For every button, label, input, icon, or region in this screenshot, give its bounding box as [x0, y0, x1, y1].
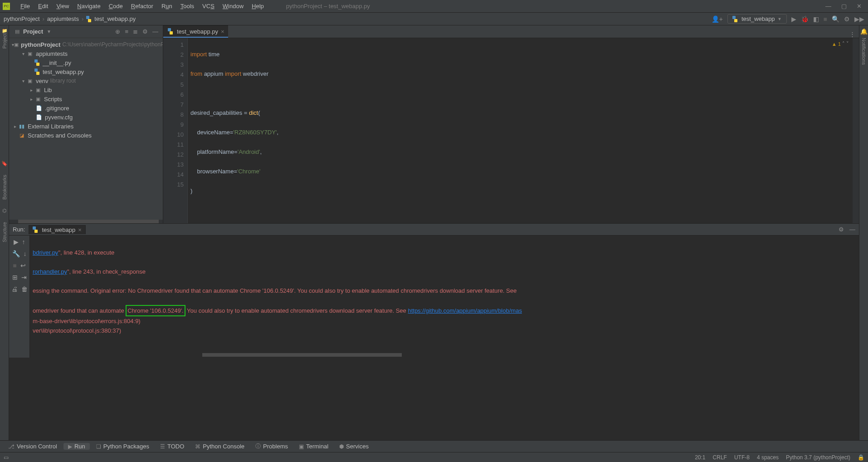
file-icon: 📄	[35, 105, 43, 111]
status-indent[interactable]: 4 spaces	[757, 454, 779, 461]
locate-icon[interactable]: ⊕	[115, 28, 120, 35]
menu-tools[interactable]: Tools	[176, 3, 198, 10]
menu-vcs[interactable]: VCS	[198, 3, 219, 10]
collapse-all-icon[interactable]: ≣	[133, 28, 138, 35]
inspect-prev-icon[interactable]: ˄	[842, 41, 845, 47]
stop-run-icon[interactable]: ■	[13, 262, 16, 269]
run-tool-window: Run: test_webapp × ⚙ — ▶↑ 🔧↓ ■↩ ⊞⇥ 🖨🗑	[9, 223, 859, 358]
tool-python-console[interactable]: ⌘Python Console	[190, 443, 249, 450]
tool-todo[interactable]: ☰TODO	[156, 443, 189, 450]
run-icon[interactable]: ▶	[791, 15, 796, 23]
minimize-icon[interactable]: —	[825, 3, 831, 10]
up-icon[interactable]: ↑	[22, 238, 25, 246]
close-run-tab-icon[interactable]: ×	[78, 226, 82, 233]
code-editor[interactable]: import time from appium import webdriver…	[188, 38, 853, 223]
line-number-gutter[interactable]: 123456789101112131415	[163, 38, 188, 223]
coverage-icon[interactable]: ◧	[813, 15, 819, 23]
run-anything-icon[interactable]: ▶▶	[854, 15, 864, 23]
notifications-bell-icon[interactable]: 🔔	[860, 28, 868, 35]
status-encoding[interactable]: UTF-8	[734, 454, 750, 461]
menu-help[interactable]: Help	[248, 3, 268, 10]
library-icon: ▮▮	[18, 123, 25, 129]
status-line-sep[interactable]: CRLF	[713, 454, 727, 461]
scroll-end-icon[interactable]: ⇥	[21, 274, 27, 281]
project-scrollbar-horizontal[interactable]	[9, 220, 163, 223]
chevron-down-icon: ▼	[778, 17, 782, 21]
breadcrumb-file[interactable]: test_webapp.py	[94, 15, 136, 22]
breadcrumb-root[interactable]: pythonProject	[4, 15, 40, 22]
maximize-icon[interactable]: ▢	[841, 3, 847, 10]
menu-code[interactable]: Code	[105, 3, 127, 10]
structure-tool-button[interactable]: Structure	[2, 222, 7, 242]
expand-all-icon[interactable]: ≡	[125, 28, 128, 35]
rerun-icon[interactable]: ▶	[14, 238, 19, 246]
notifications-tool-button[interactable]: Notifications	[861, 38, 867, 65]
tree-external-libs[interactable]: ▸▮▮ External Libraries	[9, 122, 163, 131]
tool-run[interactable]: ▶Run	[63, 443, 90, 450]
project-tool-button[interactable]: Project	[2, 33, 7, 49]
inspection-widget[interactable]: ▲ 1 ˄ ˅	[832, 41, 849, 47]
menu-run[interactable]: Run	[157, 3, 176, 10]
status-interpreter[interactable]: Python 3.7 (pythonProject)	[786, 454, 850, 461]
tree-project-root[interactable]: ▾▣ pythonProject C:\Users\naben\PycharmP…	[9, 40, 163, 49]
layout-icon[interactable]: ⊞	[12, 274, 18, 281]
debug-icon[interactable]: 🐞	[801, 15, 809, 23]
add-user-icon[interactable]: 👤+	[712, 15, 723, 23]
tree-file-init[interactable]: __init__.py	[9, 58, 163, 67]
gear-icon[interactable]: ⚙	[142, 28, 148, 35]
python-file-icon	[168, 28, 174, 34]
tree-label: External Libraries	[28, 123, 73, 130]
tree-folder-scripts[interactable]: ▸▣ Scripts	[9, 94, 163, 103]
tool-version-control[interactable]: ⎇Version Control	[4, 443, 62, 450]
tool-problems[interactable]: ⓘProblems	[251, 442, 293, 450]
status-lock-icon[interactable]: 🔒	[858, 454, 864, 461]
run-config-selector[interactable]: test_webapp ▼	[727, 14, 787, 24]
settings-gear-icon[interactable]: ⚙	[844, 15, 850, 23]
menu-window[interactable]: Window	[219, 3, 248, 10]
hide-icon[interactable]: —	[152, 28, 158, 35]
delete-icon[interactable]: 🗑	[21, 285, 28, 293]
close-tab-icon[interactable]: ×	[221, 28, 224, 35]
close-window-icon[interactable]: ✕	[857, 3, 862, 10]
tool-python-packages[interactable]: ❏Python Packages	[92, 443, 154, 450]
tool-terminal[interactable]: ▣Terminal	[294, 443, 333, 450]
soft-wrap-icon[interactable]: ↩	[20, 262, 26, 269]
search-icon[interactable]: 🔍	[832, 15, 839, 23]
tree-file-gitignore[interactable]: 📄 .gitignore	[9, 103, 163, 113]
print-icon[interactable]: 🖨	[11, 285, 18, 293]
menu-file[interactable]: File	[16, 3, 34, 10]
tree-file-testwebapp[interactable]: test_webapp.py	[9, 67, 163, 76]
nav-toolbar: pythonProject › appiumtests › test_webap…	[0, 13, 868, 25]
tools-icon[interactable]: 🔧	[12, 250, 20, 257]
bookmarks-tool-button[interactable]: Bookmarks	[2, 175, 7, 200]
inspect-next-icon[interactable]: ˅	[846, 41, 849, 47]
tree-folder-lib[interactable]: ▸▣ Lib	[9, 85, 163, 94]
status-quick-doc-icon[interactable]: ▭	[4, 454, 9, 461]
tree-folder-venv[interactable]: ▾▣ venv library root	[9, 76, 163, 85]
tool-services[interactable]: ⬢Services	[335, 443, 373, 450]
chevron-down-icon[interactable]: ▼	[47, 29, 51, 34]
run-settings-gear-icon[interactable]: ⚙	[839, 226, 844, 233]
breadcrumb-folder[interactable]: appiumtests	[47, 15, 79, 22]
status-caret-pos[interactable]: 20:1	[695, 454, 705, 461]
tree-scratches[interactable]: ◪ Scratches and Consoles	[9, 131, 163, 140]
menu-refactor[interactable]: Refactor	[127, 3, 157, 10]
down-icon[interactable]: ↓	[24, 250, 27, 257]
project-tree: ▾▣ pythonProject C:\Users\naben\PycharmP…	[9, 38, 163, 220]
hide-run-icon[interactable]: —	[849, 226, 855, 233]
console-scrollbar-horizontal[interactable]	[30, 353, 859, 358]
bookmarks-icon[interactable]: 🔖	[1, 161, 8, 167]
structure-icon[interactable]: ⌬	[2, 208, 7, 214]
editor-tab[interactable]: test_webapp.py ×	[163, 25, 228, 38]
menu-navigate[interactable]: Navigate	[73, 3, 104, 10]
menu-edit[interactable]: Edit	[34, 3, 52, 10]
tree-folder-appiumtests[interactable]: ▾▣ appiumtests	[9, 49, 163, 58]
editor-marker-bar[interactable]	[853, 38, 859, 223]
run-console[interactable]: bdriver.py", line 428, in execute rorhan…	[30, 236, 859, 358]
stop-icon[interactable]: ■	[824, 15, 827, 23]
menu-view[interactable]: View	[52, 3, 73, 10]
run-tab[interactable]: test_webapp ×	[29, 225, 85, 234]
tree-file-pyvenvcfg[interactable]: 📄 pyvenv.cfg	[9, 113, 163, 122]
file-icon: 📄	[35, 114, 43, 120]
editor-tabs-more-icon[interactable]: ⋮	[849, 31, 859, 38]
